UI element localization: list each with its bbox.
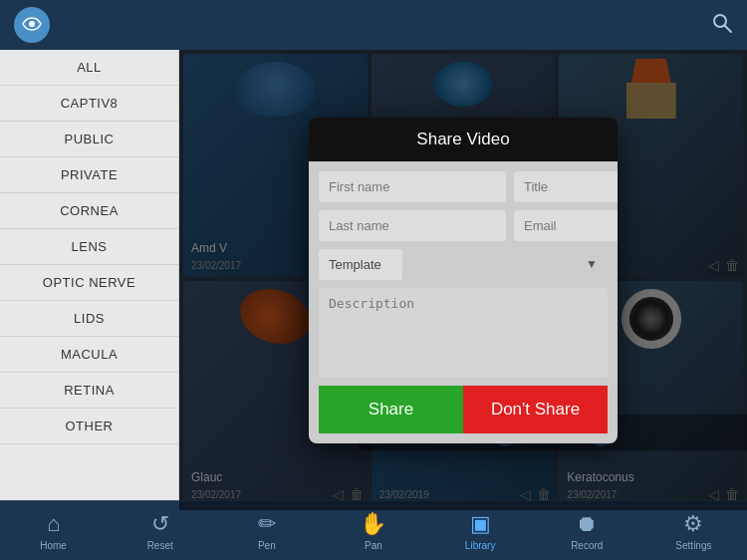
nav-item-record[interactable]: ⏺ Record <box>534 511 640 551</box>
last-name-input[interactable] <box>319 210 506 241</box>
nav-item-library[interactable]: ▣ Library <box>427 511 534 551</box>
sidebar-item-public[interactable]: PUBLIC <box>0 122 178 157</box>
sidebar: ALL CAPTIV8 PUBLIC PRIVATE CORNEA LENS O… <box>0 50 179 510</box>
pan-icon: ✋ <box>360 511 386 537</box>
chevron-down-icon: ▼ <box>586 257 598 271</box>
nav-label-library: Library <box>465 540 496 551</box>
sidebar-item-captiv8[interactable]: CAPTIV8 <box>0 86 178 122</box>
modal-title: Share Video <box>309 118 618 161</box>
nav-item-pen[interactable]: ✏ Pen <box>213 511 320 551</box>
sidebar-item-lids[interactable]: LIDS <box>0 301 178 337</box>
record-icon: ⏺ <box>576 511 598 537</box>
nav-label-reset: Reset <box>147 540 173 551</box>
share-video-modal: Share Video Template Tem <box>309 118 618 443</box>
top-bar <box>0 0 747 50</box>
template-select-wrapper: Template Template 1 Template 2 ▼ <box>319 249 608 280</box>
content-area: Amd V 23/02/2017 ◁ 🗑 23/02/2019 ◁ 🗑 Dry … <box>179 50 747 510</box>
nav-label-record: Record <box>571 540 603 551</box>
reset-icon: ↺ <box>151 511 169 537</box>
description-textarea[interactable] <box>319 288 608 378</box>
modal-buttons: Share Don't Share <box>319 386 608 433</box>
library-icon: ▣ <box>470 511 491 537</box>
nav-item-settings[interactable]: ⚙ Settings <box>640 511 747 551</box>
svg-point-1 <box>714 15 726 27</box>
sidebar-item-other[interactable]: OTHER <box>0 409 178 444</box>
sidebar-item-optic-nerve[interactable]: OPTIC NERVE <box>0 265 178 301</box>
template-select[interactable]: Template Template 1 Template 2 <box>319 249 402 280</box>
sidebar-item-private[interactable]: PRIVATE <box>0 157 178 193</box>
title-input[interactable] <box>514 171 618 202</box>
nav-item-pan[interactable]: ✋ Pan <box>320 511 426 551</box>
nav-item-reset[interactable]: ↺ Reset <box>107 511 213 551</box>
modal-overlay: Share Video Template Tem <box>179 50 747 510</box>
svg-point-0 <box>29 21 35 27</box>
modal-body: Template Template 1 Template 2 ▼ Share D… <box>309 161 618 443</box>
sidebar-item-all[interactable]: ALL <box>0 50 178 86</box>
modal-template-row: Template Template 1 Template 2 ▼ <box>319 249 608 280</box>
nav-label-settings: Settings <box>675 540 711 551</box>
modal-name-row <box>319 171 608 202</box>
modal-name-row2 <box>319 210 608 241</box>
nav-label-pan: Pan <box>365 540 382 551</box>
share-button[interactable]: Share <box>319 386 463 433</box>
svg-line-2 <box>725 26 731 32</box>
nav-label-pen: Pen <box>258 540 276 551</box>
main-area: ALL CAPTIV8 PUBLIC PRIVATE CORNEA LENS O… <box>0 50 747 510</box>
sidebar-item-cornea[interactable]: CORNEA <box>0 193 178 229</box>
sidebar-item-macula[interactable]: MACULA <box>0 337 178 373</box>
email-input[interactable] <box>514 210 618 241</box>
sidebar-item-retina[interactable]: RETINA <box>0 373 178 409</box>
nav-label-home: Home <box>40 540 67 551</box>
first-name-input[interactable] <box>319 171 506 202</box>
nav-item-home[interactable]: ⌂ Home <box>0 511 107 551</box>
search-icon[interactable] <box>711 12 733 39</box>
dont-share-button[interactable]: Don't Share <box>463 386 608 433</box>
sidebar-item-lens[interactable]: LENS <box>0 229 178 265</box>
app-logo <box>14 7 50 43</box>
pen-icon: ✏ <box>258 511 276 537</box>
home-icon: ⌂ <box>47 511 60 537</box>
settings-icon: ⚙ <box>683 511 703 537</box>
